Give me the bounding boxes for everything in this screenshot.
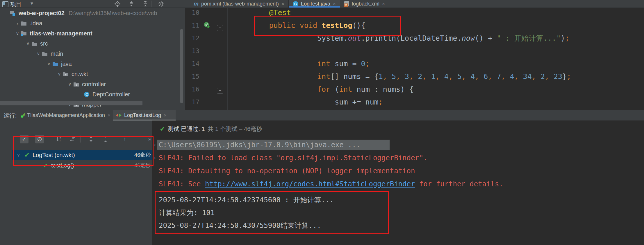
project-tree-panel: web-ai-project02D:\wang\wkt35M\web-ai-co… [0,8,185,110]
run-tab-label: TliasWebManagementApplication [27,112,105,118]
fold-marker-icon[interactable]: − [217,25,223,31]
console-output[interactable]: ✔ 测试 已通过: 1 共 1 个测试 – 46毫秒 › › C:\Users\… [152,120,644,245]
tree-horizontal-scrollbar[interactable] [0,101,142,105]
code-line-10: 10 @Test [185,8,644,19]
tab-close-icon[interactable]: × [164,113,167,118]
code-text[interactable]: sum += num; [230,96,383,109]
console-line: SLF4J: See http://www.slf4j.org/codes.ht… [159,179,503,189]
ide-window: 项目 ▼ — mpom.xml (tlias-web-management)×C… [0,0,644,245]
console-text: SLF4J: See [159,180,205,188]
console-fold-icon[interactable]: › [154,155,156,161]
package-icon [63,72,70,77]
tab-close-icon[interactable]: × [281,1,284,6]
tree-item-label: src [40,40,48,47]
tree-item-label: main [51,51,63,57]
tree-item-java[interactable]: ∨java [0,59,185,69]
console-line: C:\Users\86195\.jdks\jbr-17.0.9\bin\java… [159,140,361,150]
code-text[interactable]: int sum = 0; [230,57,370,70]
line-number: 12 [185,32,199,45]
tree-item-label: tlias-web-management [30,30,92,37]
srcfolder-icon [52,62,60,66]
code-line-16: 16− for (int num : nums) { [185,83,644,96]
chevron-down-icon[interactable]: ∨ [35,51,42,56]
project-view-selector[interactable]: 项目 [10,1,22,8]
tree-item-label: cn.wkt [72,71,88,78]
module-icon [21,31,28,36]
editor-tab-pom[interactable]: mpom.xml (tlias-web-management)× [190,0,289,8]
svg-text:C: C [85,93,88,97]
line-number: 15 [185,70,199,83]
folder-icon [42,51,49,56]
tree-item-main[interactable]: ∨main [0,49,185,59]
chevron-down-icon[interactable]: ∨ [45,61,52,66]
class-icon: C [293,1,298,7]
console-line: SLF4J: Failed to load class "org.slf4j.i… [159,153,428,163]
run-tab-tliaswebmanagementapplication[interactable]: TliasWebManagementApplication× [20,110,113,120]
editor-tab-label: LogTest.java [301,1,330,7]
tab-close-icon[interactable]: × [382,1,385,6]
tree-item-deptcontroller[interactable]: CDeptController [0,89,185,99]
line-number: 10 [185,8,199,19]
editor-tab-label: pom.xml (tlias-web-management) [201,1,279,7]
chevron-down-icon[interactable]: ▼ [30,1,34,6]
tab-close-icon[interactable]: × [108,113,110,118]
line-number: 11 [185,19,199,32]
tree-item--idea[interactable]: ›.idea [0,18,185,28]
top-bar: 项目 ▼ — mpom.xml (tlias-web-management)×C… [0,0,644,8]
tree-item-cn-wkt[interactable]: ∨cn.wkt [0,69,185,79]
collapse-all-icon[interactable] [142,1,149,7]
console-fold-icon[interactable]: › [154,142,156,147]
test-status-line: ✔ 测试 已通过: 1 共 1 个测试 – 46毫秒 [160,124,262,134]
line-number: 16 [185,83,199,96]
folder-icon [31,41,39,46]
console-line: SLF4J: Defaulting to no-operation (NOP) … [159,166,415,176]
hide-panel-icon[interactable]: — [173,1,180,7]
code-line-15: 15 int[] nums = {1, 5, 3, 2, 1, 4, 5, 4,… [185,70,644,83]
code-line-17: 17 sum += num; [185,96,644,109]
code-line-13: 13 [185,45,644,57]
tab-close-icon[interactable]: × [333,1,336,6]
code-editor[interactable]: 10 @Test11 − public void testLog(){12 Sy… [185,8,644,110]
console-text: for further details. [415,180,503,188]
chevron-down-icon[interactable]: ∨ [66,82,73,87]
chevron-down-icon[interactable]: ∨ [14,31,21,36]
class-icon: C [84,91,91,97]
line-number: 14 [185,57,199,70]
editor-tab-logback[interactable]: <>logback.xml× [340,0,389,8]
run-tab-logtest-testlog[interactable]: LogTest.testLog× [113,110,176,120]
console-link[interactable]: http://www.slf4j.org/codes.html#StaticLo… [205,180,415,188]
tree-item-web-ai-project02[interactable]: web-ai-project02D:\wang\wkt35M\web-ai-co… [0,8,183,18]
annotation-box-test-tree [13,136,154,166]
chevron-down-icon[interactable]: ∨ [56,71,63,77]
maven-icon: m [194,1,199,7]
folder-icon [21,21,28,26]
project-tool-window-icon[interactable] [2,1,8,7]
tree-item-controller[interactable]: ∨controller [0,79,185,89]
tree-item-src[interactable]: ∨src [0,39,185,48]
tree-vertical-scrollbar[interactable] [180,29,183,103]
tree-item-label: controller [82,81,106,88]
locate-file-icon[interactable] [114,1,121,7]
fold-marker-icon[interactable]: − [217,88,223,94]
code-line-14: 14 int sum = 0; [185,57,644,70]
code-text[interactable]: int[] nums = {1, 5, 3, 2, 1, 4, 5, 4, 6,… [230,70,571,83]
tree-item-label: .idea [30,20,42,27]
settings-gear-icon[interactable] [158,1,165,7]
editor-tab-label: logback.xml [352,1,379,7]
package-icon [73,82,81,87]
code-line-12: 12 System.out.println(LocalDateTime.now(… [185,32,644,45]
line-number: 13 [185,45,199,57]
project-icon [10,10,17,16]
chevron-right-icon[interactable]: › [14,21,21,26]
check-icon: ✔ [160,125,165,132]
spring-boot-icon [21,113,26,118]
tree-item-label: web-ai-project02 [19,10,65,17]
annotation-box-method [254,16,401,36]
tree-item-tlias-web-management[interactable]: ∨tlias-web-management [0,28,185,38]
run-test-gutter-icon[interactable] [204,22,211,29]
code-text[interactable]: for (int num : nums) { [230,83,413,96]
expand-all-icon[interactable] [128,1,135,7]
editor-tab-logtest[interactable]: CLogTest.java× [289,0,340,8]
chevron-down-icon[interactable]: ∨ [24,41,31,46]
code-line-11: 11 − public void testLog(){ [185,19,644,32]
